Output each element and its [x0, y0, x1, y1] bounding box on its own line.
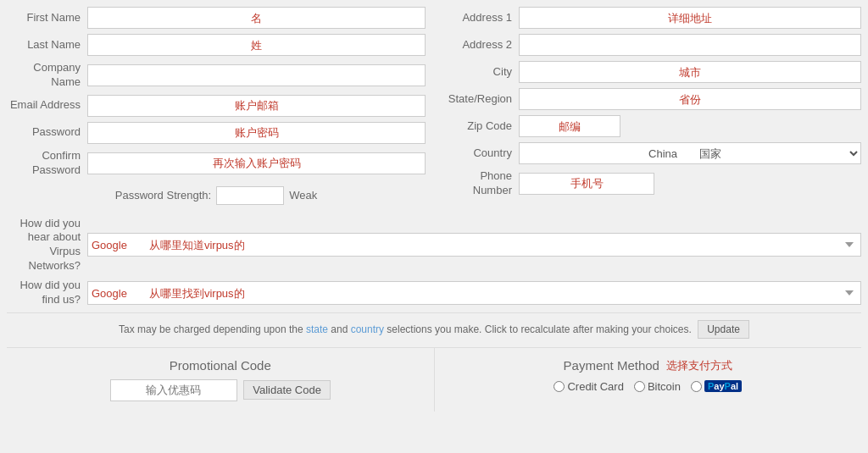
country-row: Country China 国家: [442, 142, 861, 164]
how-find-label: How did you find us?: [7, 279, 87, 307]
paypal-p4: al: [731, 381, 738, 391]
update-button[interactable]: Update: [698, 320, 749, 339]
address2-row: Address 2: [442, 34, 861, 56]
payment-title-text: Payment Method: [564, 358, 659, 373]
right-column: Address 1 Address 2 City State/Region Zi…: [434, 7, 861, 213]
payment-section: Payment Method 选择支付方式 Credit Card Bitcoi…: [435, 348, 862, 412]
strength-box: [216, 186, 284, 205]
zip-label: Zip Code: [442, 119, 519, 134]
confirm-password-label: Confirm Password: [7, 149, 87, 178]
state-label: State/Region: [442, 92, 519, 107]
city-row: City: [442, 61, 861, 83]
email-row: Email Address: [7, 95, 426, 117]
city-input[interactable]: [519, 61, 861, 83]
paypal-radio[interactable]: [691, 381, 702, 392]
payment-title-cn: 选择支付方式: [666, 358, 732, 373]
state-link[interactable]: state: [306, 323, 328, 335]
credit-card-radio[interactable]: [554, 381, 565, 392]
how-section: How did you hear about Virpus Networks? …: [7, 217, 861, 307]
payment-options: Credit Card Bitcoin PayPal: [445, 380, 852, 393]
city-label: City: [442, 65, 519, 80]
email-label: Email Address: [7, 98, 87, 113]
address1-label: Address 1: [442, 11, 519, 25]
country-select[interactable]: China 国家: [519, 142, 861, 164]
how-find-select[interactable]: Google 从哪里找到virpus的: [87, 281, 861, 305]
address1-row: Address 1: [442, 7, 861, 29]
country-link[interactable]: country: [351, 323, 384, 335]
bitcoin-option[interactable]: Bitcoin: [634, 380, 681, 393]
validate-button[interactable]: Validate Code: [243, 380, 331, 400]
how-hear-row: How did you hear about Virpus Networks? …: [7, 217, 861, 274]
left-column: First Name Last Name Company Name Email …: [7, 7, 434, 213]
state-row: State/Region: [442, 88, 861, 110]
last-name-input[interactable]: [87, 34, 426, 56]
confirm-password-row: Confirm Password: [7, 149, 426, 178]
country-label: Country: [442, 146, 519, 161]
promo-input-row: Validate Code: [17, 379, 424, 401]
paypal-p1: P: [708, 381, 714, 391]
password-row: Password: [7, 122, 426, 144]
how-hear-label: How did you hear about Virpus Networks?: [7, 217, 87, 274]
bottom-section: Promotional Code Validate Code Payment M…: [7, 347, 861, 412]
bitcoin-radio[interactable]: [634, 381, 645, 392]
password-input[interactable]: [87, 122, 426, 144]
tax-text: Tax may be charged depending upon the st…: [119, 323, 692, 335]
phone-label: Phone Number: [442, 169, 519, 198]
main-container: First Name Last Name Company Name Email …: [0, 0, 868, 418]
credit-card-label: Credit Card: [567, 380, 623, 393]
phone-input[interactable]: [519, 173, 654, 195]
payment-title-row: Payment Method 选择支付方式: [445, 358, 852, 373]
address2-input[interactable]: [519, 34, 861, 56]
address1-input[interactable]: [519, 7, 861, 29]
how-hear-select[interactable]: Google 从哪里知道virpus的: [87, 233, 861, 257]
confirm-password-input[interactable]: [87, 152, 426, 174]
paypal-badge: PayPal: [704, 380, 742, 392]
password-strength-row: Password Strength: Weak: [7, 183, 426, 208]
password-label: Password: [7, 125, 87, 140]
strength-text: Weak: [289, 189, 317, 202]
strength-label: Password Strength:: [115, 189, 211, 202]
tax-notice: Tax may be charged depending upon the st…: [7, 312, 861, 345]
company-name-row: Company Name: [7, 61, 426, 90]
paypal-option[interactable]: PayPal: [691, 380, 742, 392]
phone-row: Phone Number: [442, 169, 861, 198]
first-name-label: First Name: [7, 11, 87, 25]
paypal-p3: P: [725, 381, 731, 391]
credit-card-option[interactable]: Credit Card: [554, 380, 623, 393]
last-name-label: Last Name: [7, 38, 87, 52]
promo-section: Promotional Code Validate Code: [7, 348, 435, 412]
zip-input[interactable]: [519, 115, 620, 137]
state-input[interactable]: [519, 88, 861, 110]
how-find-row: How did you find us? Google 从哪里找到virpus的: [7, 279, 861, 307]
address2-label: Address 2: [442, 38, 519, 52]
promo-title: Promotional Code: [17, 358, 424, 373]
first-name-input[interactable]: [87, 7, 426, 29]
form-section: First Name Last Name Company Name Email …: [7, 7, 861, 213]
promo-input[interactable]: [110, 379, 237, 401]
zip-row: Zip Code: [442, 115, 861, 137]
company-name-input[interactable]: [87, 64, 426, 86]
company-name-label: Company Name: [7, 61, 87, 90]
paypal-p2: ay: [714, 381, 724, 391]
first-name-row: First Name: [7, 7, 426, 29]
bitcoin-label: Bitcoin: [648, 380, 681, 393]
email-input[interactable]: [87, 95, 426, 117]
last-name-row: Last Name: [7, 34, 426, 56]
